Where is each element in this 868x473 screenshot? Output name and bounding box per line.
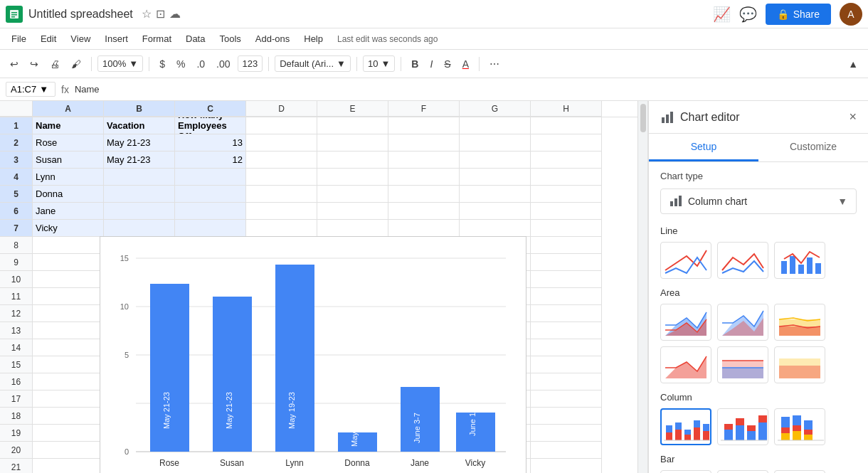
cell-c5[interactable] [175, 186, 246, 203]
currency-button[interactable]: $ [155, 55, 169, 73]
cell-g7[interactable] [460, 220, 531, 237]
cell-c3[interactable]: 12 [175, 152, 246, 169]
tab-customize[interactable]: Customize [758, 134, 868, 161]
cell-g2[interactable] [460, 134, 531, 152]
cell-f5[interactable] [388, 186, 460, 203]
vertical-scrollbar[interactable] [637, 101, 647, 473]
col-header-e[interactable]: E [317, 101, 388, 117]
cell-h3[interactable] [531, 152, 602, 169]
analytics-icon[interactable]: 📈 [713, 6, 731, 23]
cell-d6[interactable] [246, 203, 317, 220]
chart-option-bar-2[interactable] [717, 470, 768, 473]
cell-f3[interactable] [388, 152, 460, 169]
cell-b3[interactable]: May 21-23 [104, 152, 175, 169]
col-header-b[interactable]: B [104, 101, 175, 117]
star-icon[interactable]: ☆ [142, 7, 152, 21]
cell-e3[interactable] [317, 152, 388, 169]
fontsize-dropdown[interactable]: 10 ▼ [363, 55, 395, 72]
cell-f6[interactable] [388, 203, 460, 220]
cell-e1[interactable] [317, 117, 388, 134]
cell-g5[interactable] [460, 186, 531, 203]
row-header-14[interactable]: 14 [0, 339, 33, 356]
undo-button[interactable]: ↩ [6, 55, 23, 73]
chart-container[interactable]: 15 10 5 0 May 21-23 Rose May 21-23 Susan… [100, 236, 526, 473]
cell-h4[interactable] [531, 169, 602, 186]
cell-h2[interactable] [531, 134, 602, 152]
cell-h1[interactable] [531, 117, 602, 134]
cell-f2[interactable] [388, 134, 460, 152]
cell-h6[interactable] [531, 203, 602, 220]
cell-d2[interactable] [246, 134, 317, 152]
cell-d5[interactable] [246, 186, 317, 203]
cell-e5[interactable] [317, 186, 388, 203]
chart-option-area-1[interactable] [660, 304, 711, 341]
cell-b7[interactable] [104, 220, 175, 237]
cell-a2[interactable]: Rose [33, 134, 104, 152]
row-header-10[interactable]: 10 [0, 271, 33, 288]
menu-file[interactable]: File [6, 31, 32, 47]
cell-reference[interactable]: A1:C7 ▼ [6, 82, 55, 97]
more-options-button[interactable]: ⋯ [485, 55, 504, 73]
menu-help[interactable]: Help [298, 31, 329, 47]
scroll-thumb[interactable] [640, 104, 646, 132]
row-header-5[interactable]: 5 [0, 186, 33, 203]
cell-a8[interactable] [33, 237, 104, 254]
row-header-17[interactable]: 17 [0, 390, 33, 408]
cell-a3[interactable]: Susan [33, 152, 104, 169]
cell-a4[interactable]: Lynn [33, 169, 104, 186]
cell-c6[interactable] [175, 203, 246, 220]
formula-input[interactable]: Name [75, 84, 862, 95]
cell-c1[interactable]: How Many Employees Off [175, 117, 246, 134]
cell-a5[interactable]: Donna [33, 186, 104, 203]
cell-h7[interactable] [531, 220, 602, 237]
cell-g1[interactable] [460, 117, 531, 134]
print-button[interactable]: 🖨 [46, 55, 64, 73]
col-header-a[interactable]: A [33, 101, 104, 117]
chart-option-area-3[interactable] [774, 304, 825, 341]
menu-addons[interactable]: Add-ons [250, 31, 295, 47]
paint-format-button[interactable]: 🖌 [67, 55, 85, 73]
cell-b4[interactable] [104, 169, 175, 186]
cell-e7[interactable] [317, 220, 388, 237]
row-header-15[interactable]: 15 [0, 356, 33, 373]
row-header-4[interactable]: 4 [0, 169, 33, 186]
folder-icon[interactable]: ⊡ [156, 7, 165, 21]
decimal2-button[interactable]: .00 [212, 55, 234, 73]
cell-c2[interactable]: 13 [175, 134, 246, 152]
chart-type-dropdown[interactable]: Column chart ▼ [660, 188, 857, 214]
cell-e4[interactable] [317, 169, 388, 186]
col-header-c[interactable]: C [175, 101, 246, 117]
strikethrough-button[interactable]: S [440, 55, 455, 73]
row-header-16[interactable]: 16 [0, 373, 33, 390]
cell-g3[interactable] [460, 152, 531, 169]
row-header-20[interactable]: 20 [0, 442, 33, 459]
menu-view[interactable]: View [65, 31, 96, 47]
menu-format[interactable]: Format [137, 31, 177, 47]
row-header-8[interactable]: 8 [0, 237, 33, 254]
redo-button[interactable]: ↪ [26, 55, 43, 73]
cell-e2[interactable] [317, 134, 388, 152]
menu-data[interactable]: Data [180, 31, 211, 47]
row-header-12[interactable]: 12 [0, 305, 33, 322]
user-avatar[interactable]: A [840, 3, 862, 26]
cell-a6[interactable]: Jane [33, 203, 104, 220]
chart-option-area-6[interactable] [774, 346, 825, 383]
cell-f1[interactable] [388, 117, 460, 134]
chart-option-bar-1[interactable] [660, 470, 711, 473]
cell-a1[interactable]: Name [33, 117, 104, 134]
cell-d7[interactable] [246, 220, 317, 237]
cell-g4[interactable] [460, 169, 531, 186]
cell-b1[interactable]: Vacation [104, 117, 175, 134]
cell-b5[interactable] [104, 186, 175, 203]
row-header-1[interactable]: 1 [0, 117, 33, 134]
row-header-7[interactable]: 7 [0, 220, 33, 237]
cell-c7[interactable] [175, 220, 246, 237]
chart-option-line-2[interactable] [717, 242, 768, 279]
cell-b6[interactable] [104, 203, 175, 220]
cell-g6[interactable] [460, 203, 531, 220]
chart-option-col-2[interactable] [717, 408, 768, 445]
chart-option-line-1[interactable] [660, 242, 711, 279]
row-header-11[interactable]: 11 [0, 288, 33, 305]
menu-tools[interactable]: Tools [213, 31, 246, 47]
zoom-dropdown[interactable]: 100% ▼ [97, 55, 143, 72]
